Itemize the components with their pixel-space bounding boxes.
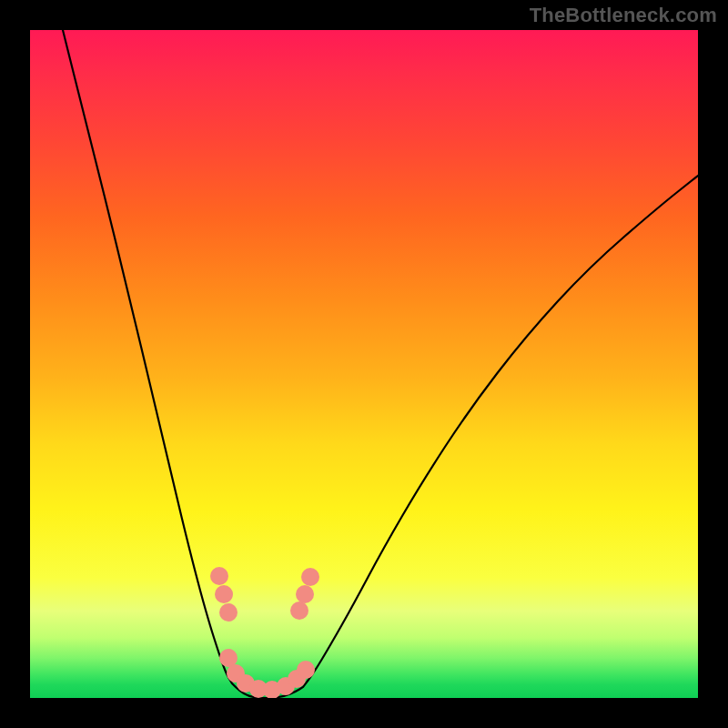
bead-marker — [219, 603, 238, 622]
bottleneck-curve — [30, 30, 698, 698]
bead-group — [210, 567, 319, 698]
plot-area — [30, 30, 698, 698]
watermark-text: TheBottleneck.com — [530, 4, 717, 27]
bead-marker — [297, 661, 315, 679]
curve-path — [63, 30, 698, 698]
bead-marker — [301, 568, 319, 586]
bead-marker — [219, 649, 238, 667]
bead-marker — [215, 585, 233, 603]
bead-marker — [210, 567, 228, 585]
stage: TheBottleneck.com — [0, 0, 728, 728]
bead-marker — [296, 585, 314, 603]
bead-marker — [290, 602, 308, 620]
